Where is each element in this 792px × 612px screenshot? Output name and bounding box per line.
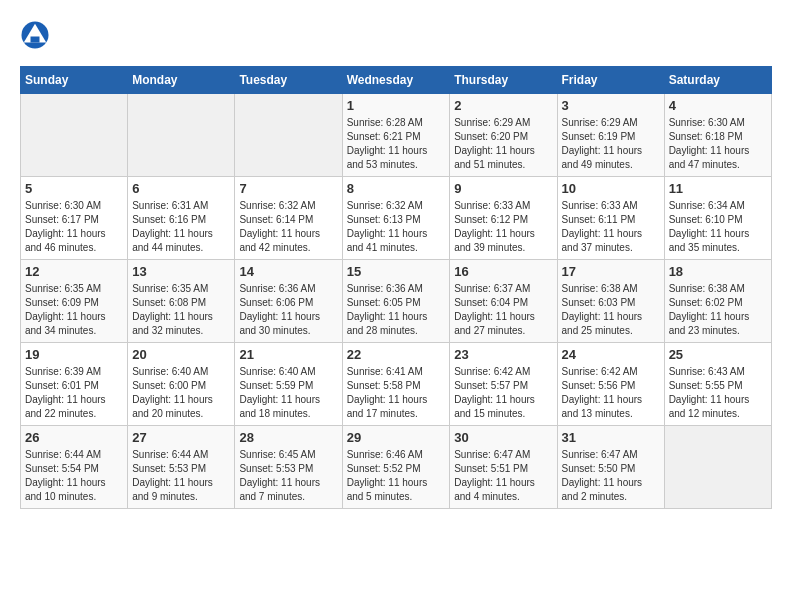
day-number: 18	[669, 264, 767, 279]
page-header	[20, 20, 772, 50]
day-number: 9	[454, 181, 552, 196]
calendar-cell: 3Sunrise: 6:29 AM Sunset: 6:19 PM Daylig…	[557, 94, 664, 177]
day-info: Sunrise: 6:31 AM Sunset: 6:16 PM Dayligh…	[132, 199, 230, 255]
day-info: Sunrise: 6:32 AM Sunset: 6:14 PM Dayligh…	[239, 199, 337, 255]
calendar-cell	[21, 94, 128, 177]
calendar-cell: 8Sunrise: 6:32 AM Sunset: 6:13 PM Daylig…	[342, 177, 450, 260]
day-info: Sunrise: 6:38 AM Sunset: 6:02 PM Dayligh…	[669, 282, 767, 338]
day-info: Sunrise: 6:33 AM Sunset: 6:12 PM Dayligh…	[454, 199, 552, 255]
day-of-week-header: Thursday	[450, 67, 557, 94]
calendar-cell: 21Sunrise: 6:40 AM Sunset: 5:59 PM Dayli…	[235, 343, 342, 426]
calendar-cell	[664, 426, 771, 509]
calendar-table: SundayMondayTuesdayWednesdayThursdayFrid…	[20, 66, 772, 509]
day-number: 7	[239, 181, 337, 196]
calendar-cell: 11Sunrise: 6:34 AM Sunset: 6:10 PM Dayli…	[664, 177, 771, 260]
calendar-week-row: 26Sunrise: 6:44 AM Sunset: 5:54 PM Dayli…	[21, 426, 772, 509]
day-number: 20	[132, 347, 230, 362]
day-number: 6	[132, 181, 230, 196]
day-info: Sunrise: 6:37 AM Sunset: 6:04 PM Dayligh…	[454, 282, 552, 338]
day-info: Sunrise: 6:29 AM Sunset: 6:19 PM Dayligh…	[562, 116, 660, 172]
day-info: Sunrise: 6:40 AM Sunset: 6:00 PM Dayligh…	[132, 365, 230, 421]
day-info: Sunrise: 6:35 AM Sunset: 6:09 PM Dayligh…	[25, 282, 123, 338]
day-number: 10	[562, 181, 660, 196]
day-number: 24	[562, 347, 660, 362]
day-number: 1	[347, 98, 446, 113]
day-info: Sunrise: 6:36 AM Sunset: 6:05 PM Dayligh…	[347, 282, 446, 338]
day-number: 2	[454, 98, 552, 113]
day-info: Sunrise: 6:29 AM Sunset: 6:20 PM Dayligh…	[454, 116, 552, 172]
day-info: Sunrise: 6:28 AM Sunset: 6:21 PM Dayligh…	[347, 116, 446, 172]
day-number: 12	[25, 264, 123, 279]
day-number: 27	[132, 430, 230, 445]
day-of-week-header: Wednesday	[342, 67, 450, 94]
calendar-cell: 19Sunrise: 6:39 AM Sunset: 6:01 PM Dayli…	[21, 343, 128, 426]
day-of-week-header: Tuesday	[235, 67, 342, 94]
calendar-week-row: 12Sunrise: 6:35 AM Sunset: 6:09 PM Dayli…	[21, 260, 772, 343]
day-info: Sunrise: 6:34 AM Sunset: 6:10 PM Dayligh…	[669, 199, 767, 255]
day-info: Sunrise: 6:39 AM Sunset: 6:01 PM Dayligh…	[25, 365, 123, 421]
day-info: Sunrise: 6:30 AM Sunset: 6:17 PM Dayligh…	[25, 199, 123, 255]
calendar-cell	[128, 94, 235, 177]
calendar-cell: 31Sunrise: 6:47 AM Sunset: 5:50 PM Dayli…	[557, 426, 664, 509]
day-of-week-header: Monday	[128, 67, 235, 94]
day-number: 26	[25, 430, 123, 445]
day-info: Sunrise: 6:32 AM Sunset: 6:13 PM Dayligh…	[347, 199, 446, 255]
calendar-cell	[235, 94, 342, 177]
day-of-week-header: Saturday	[664, 67, 771, 94]
day-number: 3	[562, 98, 660, 113]
calendar-cell: 2Sunrise: 6:29 AM Sunset: 6:20 PM Daylig…	[450, 94, 557, 177]
day-number: 21	[239, 347, 337, 362]
day-of-week-header: Friday	[557, 67, 664, 94]
day-info: Sunrise: 6:41 AM Sunset: 5:58 PM Dayligh…	[347, 365, 446, 421]
calendar-cell: 7Sunrise: 6:32 AM Sunset: 6:14 PM Daylig…	[235, 177, 342, 260]
day-number: 5	[25, 181, 123, 196]
calendar-cell: 25Sunrise: 6:43 AM Sunset: 5:55 PM Dayli…	[664, 343, 771, 426]
day-number: 13	[132, 264, 230, 279]
day-info: Sunrise: 6:47 AM Sunset: 5:51 PM Dayligh…	[454, 448, 552, 504]
calendar-cell: 27Sunrise: 6:44 AM Sunset: 5:53 PM Dayli…	[128, 426, 235, 509]
day-number: 17	[562, 264, 660, 279]
calendar-cell: 1Sunrise: 6:28 AM Sunset: 6:21 PM Daylig…	[342, 94, 450, 177]
calendar-cell: 5Sunrise: 6:30 AM Sunset: 6:17 PM Daylig…	[21, 177, 128, 260]
day-number: 29	[347, 430, 446, 445]
day-number: 11	[669, 181, 767, 196]
day-number: 19	[25, 347, 123, 362]
calendar-cell: 16Sunrise: 6:37 AM Sunset: 6:04 PM Dayli…	[450, 260, 557, 343]
day-number: 25	[669, 347, 767, 362]
calendar-cell: 29Sunrise: 6:46 AM Sunset: 5:52 PM Dayli…	[342, 426, 450, 509]
day-info: Sunrise: 6:44 AM Sunset: 5:54 PM Dayligh…	[25, 448, 123, 504]
day-info: Sunrise: 6:33 AM Sunset: 6:11 PM Dayligh…	[562, 199, 660, 255]
calendar-cell: 28Sunrise: 6:45 AM Sunset: 5:53 PM Dayli…	[235, 426, 342, 509]
day-info: Sunrise: 6:43 AM Sunset: 5:55 PM Dayligh…	[669, 365, 767, 421]
day-number: 31	[562, 430, 660, 445]
day-info: Sunrise: 6:38 AM Sunset: 6:03 PM Dayligh…	[562, 282, 660, 338]
calendar-header-row: SundayMondayTuesdayWednesdayThursdayFrid…	[21, 67, 772, 94]
calendar-cell: 4Sunrise: 6:30 AM Sunset: 6:18 PM Daylig…	[664, 94, 771, 177]
calendar-cell: 13Sunrise: 6:35 AM Sunset: 6:08 PM Dayli…	[128, 260, 235, 343]
svg-rect-2	[31, 37, 40, 43]
calendar-cell: 14Sunrise: 6:36 AM Sunset: 6:06 PM Dayli…	[235, 260, 342, 343]
day-number: 15	[347, 264, 446, 279]
day-number: 16	[454, 264, 552, 279]
calendar-cell: 12Sunrise: 6:35 AM Sunset: 6:09 PM Dayli…	[21, 260, 128, 343]
day-number: 23	[454, 347, 552, 362]
calendar-cell: 17Sunrise: 6:38 AM Sunset: 6:03 PM Dayli…	[557, 260, 664, 343]
day-info: Sunrise: 6:46 AM Sunset: 5:52 PM Dayligh…	[347, 448, 446, 504]
day-info: Sunrise: 6:40 AM Sunset: 5:59 PM Dayligh…	[239, 365, 337, 421]
day-info: Sunrise: 6:35 AM Sunset: 6:08 PM Dayligh…	[132, 282, 230, 338]
calendar-cell: 9Sunrise: 6:33 AM Sunset: 6:12 PM Daylig…	[450, 177, 557, 260]
calendar-week-row: 5Sunrise: 6:30 AM Sunset: 6:17 PM Daylig…	[21, 177, 772, 260]
logo-icon	[20, 20, 50, 50]
day-number: 28	[239, 430, 337, 445]
calendar-cell: 15Sunrise: 6:36 AM Sunset: 6:05 PM Dayli…	[342, 260, 450, 343]
day-number: 30	[454, 430, 552, 445]
day-number: 14	[239, 264, 337, 279]
calendar-cell: 6Sunrise: 6:31 AM Sunset: 6:16 PM Daylig…	[128, 177, 235, 260]
day-info: Sunrise: 6:42 AM Sunset: 5:57 PM Dayligh…	[454, 365, 552, 421]
calendar-cell: 24Sunrise: 6:42 AM Sunset: 5:56 PM Dayli…	[557, 343, 664, 426]
calendar-cell: 26Sunrise: 6:44 AM Sunset: 5:54 PM Dayli…	[21, 426, 128, 509]
day-number: 22	[347, 347, 446, 362]
calendar-cell: 22Sunrise: 6:41 AM Sunset: 5:58 PM Dayli…	[342, 343, 450, 426]
logo	[20, 20, 54, 50]
calendar-cell: 20Sunrise: 6:40 AM Sunset: 6:00 PM Dayli…	[128, 343, 235, 426]
